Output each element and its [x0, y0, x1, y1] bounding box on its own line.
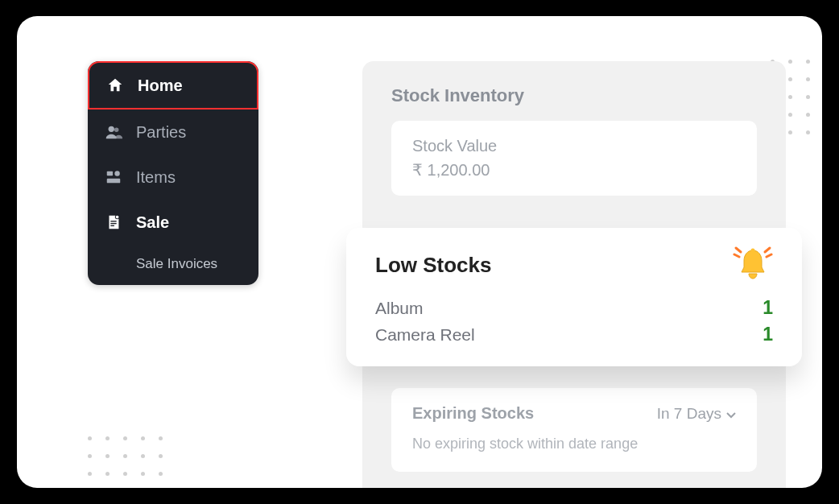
sidebar-item-parties[interactable]: Parties [88, 109, 258, 155]
sidebar-item-sale[interactable]: Sale [88, 200, 258, 245]
low-stocks-card: Low Stocks Album 1 Camera Reel 1 [346, 228, 802, 366]
expiring-title: Expiring Stocks [412, 404, 534, 423]
sidebar-item-home[interactable]: Home [88, 61, 258, 109]
low-stock-name: Album [375, 299, 424, 318]
panel-title: Stock Inventory [391, 85, 757, 106]
decorative-dots [88, 436, 163, 488]
sidebar-item-label: Parties [136, 123, 186, 142]
low-stock-row[interactable]: Camera Reel 1 [375, 324, 773, 345]
svg-rect-4 [107, 179, 121, 184]
svg-rect-7 [110, 221, 116, 221]
expiring-header: Expiring Stocks In 7 Days [412, 404, 736, 423]
low-stock-row[interactable]: Album 1 [375, 297, 773, 319]
expiring-stocks-card: Expiring Stocks In 7 Days No expiring st… [391, 388, 757, 472]
sidebar: Home Parties Items Sale Sale Invoices [88, 61, 258, 285]
expiring-range-label: In 7 Days [657, 405, 721, 423]
low-stocks-header: Low Stocks [375, 246, 773, 284]
low-stock-name: Camera Reel [375, 325, 475, 345]
chevron-down-icon [726, 405, 736, 423]
svg-point-1 [114, 128, 119, 133]
home-icon [105, 76, 125, 95]
low-stocks-title: Low Stocks [375, 253, 491, 278]
svg-rect-9 [110, 225, 114, 226]
sidebar-item-items[interactable]: Items [88, 155, 258, 200]
expiring-empty-text: No expiring stock within date range [412, 436, 736, 452]
stock-value-amount: ₹ 1,200.00 [412, 160, 736, 180]
file-icon [104, 213, 123, 232]
svg-point-6 [116, 216, 119, 219]
sidebar-item-label: Sale [136, 213, 169, 232]
app-canvas: Home Parties Items Sale Sale Invoices St… [17, 16, 822, 488]
items-icon [104, 167, 123, 187]
sidebar-item-label: Items [136, 168, 176, 187]
low-stock-qty: 1 [763, 324, 773, 345]
svg-rect-8 [110, 223, 116, 224]
svg-point-0 [109, 126, 114, 132]
bell-icon [733, 246, 773, 284]
expiring-range-dropdown[interactable]: In 7 Days [657, 405, 736, 423]
stock-value-label: Stock Value [412, 137, 736, 155]
svg-point-3 [114, 171, 119, 176]
svg-rect-2 [107, 171, 113, 176]
low-stock-qty: 1 [763, 297, 773, 319]
sidebar-subitem-label: Sale Invoices [136, 256, 217, 271]
sidebar-subitem-sale-invoices[interactable]: Sale Invoices [88, 245, 258, 285]
svg-point-10 [751, 249, 755, 253]
stock-value-card[interactable]: Stock Value ₹ 1,200.00 [391, 121, 757, 196]
users-icon [104, 122, 123, 142]
sidebar-item-label: Home [138, 76, 183, 95]
